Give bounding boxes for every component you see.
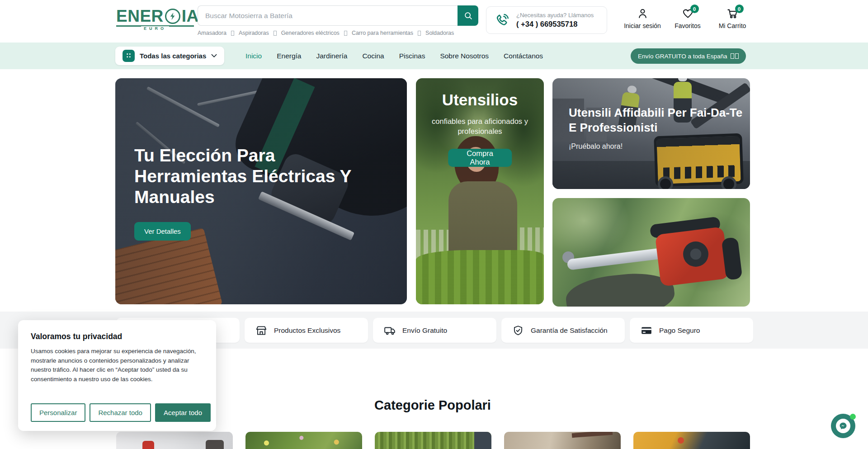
main-nav: Inicio Energía Jardinería Cocina Piscina…	[245, 43, 543, 69]
separator-box	[344, 31, 347, 36]
all-categories-label: Todas las categorias	[140, 52, 206, 60]
nav-item-contactanos[interactable]: Contáctanos	[504, 52, 543, 60]
category-card-2[interactable]	[245, 432, 362, 449]
brand-name-right: IA	[182, 8, 199, 24]
cookie-reject-button[interactable]: Rechazar todo	[90, 403, 151, 422]
category-card-4[interactable]	[504, 432, 621, 449]
heart-icon: 0	[682, 7, 694, 19]
header: ENER IA EURO Amasadora	[0, 0, 868, 43]
feature-label: Envío Gratuito	[402, 326, 447, 335]
nav-item-cocina[interactable]: Cocina	[362, 52, 384, 60]
free-shipping-button[interactable]: Envío GRATUITO a toda España	[631, 48, 746, 64]
favorites-count-badge: 0	[690, 5, 699, 13]
search-input[interactable]	[198, 5, 458, 26]
chat-bubble-icon	[839, 421, 848, 430]
storefront-icon	[255, 325, 267, 336]
separator-box	[231, 31, 234, 36]
separator-box	[418, 31, 421, 36]
category-card-3[interactable]	[375, 432, 491, 449]
search-button[interactable]	[458, 5, 478, 26]
cart-label: Mi Carrito	[719, 22, 746, 29]
feature-label: Pago Seguro	[659, 326, 700, 335]
hero-banner-power-tools[interactable]: Tu Elección Para Herramientas Eléctricas…	[115, 78, 407, 304]
credit-card-icon	[641, 325, 652, 336]
category-card-1[interactable]	[116, 432, 233, 449]
hero-banner-professional-tools[interactable]: Utensili Affidabili Per Fai-Da-Te E Prof…	[552, 78, 750, 189]
login-label: Iniciar sesión	[624, 22, 661, 29]
spain-flag-icon	[731, 53, 739, 59]
categories-grid-icon	[123, 50, 135, 62]
shield-check-icon	[512, 325, 524, 336]
cart-icon: 0	[726, 7, 739, 19]
nav-item-energia[interactable]: Energía	[277, 52, 301, 60]
feature-card-exclusive-products[interactable]: Productos Exclusivos	[245, 318, 368, 343]
nav-item-sobre-nosotros[interactable]: Sobre Nosotros	[440, 52, 489, 60]
cart-button[interactable]: 0 Mi Carrito	[713, 7, 751, 29]
free-shipping-label: Envío GRATUITO a toda España	[638, 53, 727, 60]
hero-banner-utensilios[interactable]: Utensilios confiables para aficionados y…	[416, 78, 544, 304]
cookie-accept-button[interactable]: Aceptar todo	[155, 403, 211, 422]
separator-box	[274, 31, 277, 36]
quick-link[interactable]: Soldadoras	[425, 30, 454, 36]
quick-links: Amasadora Aspiradoras Generadores eléctr…	[198, 30, 454, 36]
feature-card-secure-payment[interactable]: Pago Seguro	[630, 318, 753, 343]
phone-icon	[495, 13, 510, 28]
brand-logo[interactable]: ENER IA EURO	[116, 8, 194, 29]
compra-ahora-button[interactable]: Compra Ahora	[448, 149, 512, 167]
feature-card-free-shipping[interactable]: Envío Gratuito	[373, 318, 496, 343]
cookie-customize-button[interactable]: Personalizar	[31, 403, 85, 422]
cookie-title: Valoramos tu privacidad	[31, 332, 203, 341]
cookie-body: Usamos cookies para mejorar su experienc…	[31, 347, 205, 384]
search-icon	[463, 11, 473, 20]
chevron-down-icon	[211, 54, 217, 58]
quick-link[interactable]: Generadores eléctricos	[281, 30, 340, 36]
quick-link[interactable]: Aspiradoras	[239, 30, 269, 36]
feature-label: Productos Exclusivos	[274, 326, 340, 335]
feature-label: Garantía de Satisfacción	[531, 326, 608, 335]
quick-link[interactable]: Amasadora	[198, 30, 226, 36]
hero-side-title: Utensili Affidabili Per Fai-Da-Te E Prof…	[569, 105, 743, 135]
hero-banner-chainsaw[interactable]	[552, 198, 750, 307]
ver-detalles-button[interactable]: Ver Detalles	[134, 222, 191, 241]
search-bar	[198, 5, 478, 26]
page: ENER IA EURO Amasadora	[0, 0, 868, 449]
lightning-bolt-icon	[165, 9, 180, 24]
cookie-consent-dialog: Valoramos tu privacidad Usamos cookies p…	[18, 320, 216, 431]
favorites-label: Favoritos	[675, 22, 701, 29]
cart-count-badge: 0	[735, 5, 744, 13]
chat-online-dot	[850, 414, 856, 420]
hero-mid-title: Utensilios	[416, 91, 544, 109]
brand-name-left: ENER	[116, 8, 164, 24]
hero-main-title: Tu Elección Para Herramientas Eléctricas…	[134, 145, 387, 208]
login-button[interactable]: Iniciar sesión	[621, 7, 664, 29]
user-icon	[637, 7, 649, 19]
phone-number: ( +34 ) 669535718	[516, 20, 594, 28]
truck-icon	[384, 325, 396, 336]
chat-widget-button[interactable]	[831, 414, 855, 438]
category-card-5[interactable]	[633, 432, 750, 449]
nav-item-piscinas[interactable]: Piscinas	[399, 52, 425, 60]
nav-item-jardineria[interactable]: Jardinería	[316, 52, 347, 60]
feature-card-satisfaction-guarantee[interactable]: Garantía de Satisfacción	[501, 318, 625, 343]
help-phone-box[interactable]: ¿Necesitas ayuda? Llámanos ( +34 ) 66953…	[486, 6, 607, 34]
help-label: ¿Necesitas ayuda? Llámanos	[516, 12, 594, 19]
brand-sub: EURO	[141, 26, 169, 31]
favorites-button[interactable]: 0 Favoritos	[670, 7, 705, 29]
hero-side-subtitle: ¡Pruébalo ahora!	[569, 142, 623, 151]
all-categories-dropdown[interactable]: Todas las categorias	[115, 47, 224, 65]
nav-item-inicio[interactable]: Inicio	[245, 52, 262, 60]
hero-mid-subtitle: confiables para aficionados y profesiona…	[427, 116, 533, 137]
quick-link[interactable]: Carro para herramientas	[352, 30, 413, 36]
